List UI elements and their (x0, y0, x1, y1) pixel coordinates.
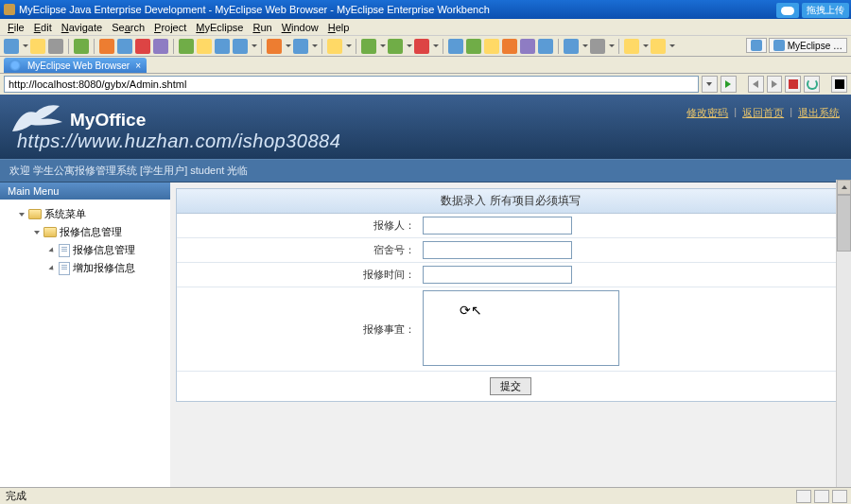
menu-edit[interactable]: Edit (30, 22, 56, 33)
toolbar-separator (68, 39, 69, 54)
menu-myeclipse[interactable]: MyEclipse (192, 22, 247, 33)
tool-icon[interactable] (590, 39, 605, 54)
tree-root[interactable]: 系统菜单 (4, 205, 166, 223)
tool-icon[interactable] (197, 39, 212, 54)
menu-window[interactable]: Window (278, 22, 322, 33)
dropdown-icon[interactable] (22, 39, 27, 54)
dropdown-icon[interactable] (251, 39, 256, 54)
tool-icon[interactable] (466, 39, 481, 54)
browser-tab[interactable]: MyEclipse Web Browser × (4, 58, 147, 73)
url-input[interactable] (4, 76, 699, 93)
dropdown-icon[interactable] (582, 39, 587, 54)
debug-icon[interactable] (361, 39, 376, 54)
dropdown-icon[interactable] (311, 39, 317, 54)
scroll-up-button[interactable] (837, 180, 851, 195)
link-separator: | (790, 106, 792, 120)
input-time[interactable] (423, 266, 572, 284)
menu-search[interactable]: Search (108, 22, 148, 33)
tool-icon[interactable] (502, 39, 517, 54)
tray-icon[interactable] (832, 490, 847, 503)
label-detail: 报修事宜： (177, 322, 423, 337)
tray-icon[interactable] (814, 490, 829, 503)
tab-label: MyEclipse Web Browser (27, 61, 130, 71)
logout-link[interactable]: 退出系统 (798, 106, 840, 120)
cloud-button[interactable] (776, 3, 799, 18)
stop-button[interactable] (785, 76, 801, 93)
submit-button[interactable]: 提交 (490, 377, 531, 395)
tool-icon[interactable] (538, 39, 553, 54)
menu-run[interactable]: Run (249, 22, 275, 33)
form-body: 报修人： 宿舍号： 报修时间： 报修事宜： (177, 214, 844, 401)
reload-button[interactable] (804, 76, 820, 93)
tree-item-add-repair[interactable]: 增加报修信息 (4, 259, 166, 277)
folder-icon (43, 227, 57, 237)
page-icon (59, 262, 70, 275)
dropdown-icon[interactable] (642, 39, 648, 54)
myeclipse-perspective-button[interactable]: MyEclipse … (769, 38, 847, 53)
dropdown-icon[interactable] (379, 39, 385, 54)
tray-icon[interactable] (796, 490, 811, 503)
stop-icon[interactable] (414, 39, 429, 54)
tool-icon[interactable] (448, 39, 463, 54)
tool-icon[interactable] (520, 39, 535, 54)
close-tab-icon[interactable]: × (133, 61, 143, 70)
content-area: Main Menu 系统菜单 报修信息管理 报修信息管理 (0, 182, 851, 504)
bookmark-button[interactable] (831, 76, 847, 93)
tool-icon[interactable] (267, 39, 282, 54)
dropdown-icon[interactable] (432, 39, 438, 54)
forward-button[interactable] (767, 76, 783, 93)
upload-widget[interactable]: 拖拽上传 (776, 3, 849, 18)
save-icon[interactable] (30, 39, 45, 54)
tool-icon[interactable] (327, 39, 342, 54)
input-room[interactable] (423, 241, 572, 259)
dropdown-icon[interactable] (285, 39, 290, 54)
tree-item-repair-manage[interactable]: 报修信息管理 (4, 241, 166, 259)
tool-icon[interactable] (179, 39, 194, 54)
tool-icon[interactable] (74, 39, 89, 54)
toolbar-separator (173, 39, 174, 54)
menu-project[interactable]: Project (150, 22, 190, 33)
tool-icon[interactable] (99, 39, 114, 54)
run-icon[interactable] (388, 39, 403, 54)
upload-label: 拖拽上传 (802, 3, 849, 18)
menu-help[interactable]: Help (324, 22, 354, 33)
change-password-link[interactable]: 修改密码 (686, 106, 728, 120)
folder-icon (28, 209, 42, 219)
tree-toggle-icon[interactable] (47, 246, 57, 255)
textarea-detail[interactable] (423, 290, 619, 366)
tool-icon[interactable] (215, 39, 230, 54)
input-reporter[interactable] (423, 217, 572, 235)
menu-navigate[interactable]: Navigate (58, 22, 106, 33)
tool-icon[interactable] (564, 39, 579, 54)
open-perspective-button[interactable] (746, 38, 767, 53)
scroll-thumb[interactable] (837, 195, 851, 252)
go-button[interactable] (721, 76, 737, 93)
tool-icon[interactable] (484, 39, 499, 54)
url-dropdown-button[interactable] (702, 76, 718, 93)
back-nav-icon[interactable] (624, 39, 639, 54)
home-link[interactable]: 返回首页 (742, 106, 784, 120)
dropdown-icon[interactable] (608, 39, 614, 54)
new-icon[interactable] (4, 39, 19, 54)
status-bar: 完成 (0, 487, 851, 504)
dropdown-icon[interactable] (669, 39, 674, 54)
tool-icon[interactable] (135, 39, 150, 54)
forward-nav-icon[interactable] (651, 39, 666, 54)
tool-icon[interactable] (153, 39, 168, 54)
status-tray (796, 490, 847, 503)
tool-icon[interactable] (293, 39, 308, 54)
tree-group[interactable]: 报修信息管理 (4, 223, 166, 241)
tree-toggle-icon[interactable] (32, 228, 42, 237)
dropdown-icon[interactable] (406, 39, 411, 54)
tool-icon[interactable] (117, 39, 132, 54)
back-button[interactable] (748, 76, 764, 93)
perspective-icon (773, 40, 785, 51)
saveall-icon[interactable] (48, 39, 63, 54)
tool-icon[interactable] (233, 39, 248, 54)
tree-toggle-icon[interactable] (17, 210, 26, 219)
tree-toggle-icon[interactable] (47, 264, 57, 273)
dropdown-icon[interactable] (345, 39, 351, 54)
vertical-scrollbar[interactable] (836, 180, 851, 501)
form-row-time: 报修时间： (177, 263, 844, 287)
menu-file[interactable]: FFileile (4, 22, 28, 33)
